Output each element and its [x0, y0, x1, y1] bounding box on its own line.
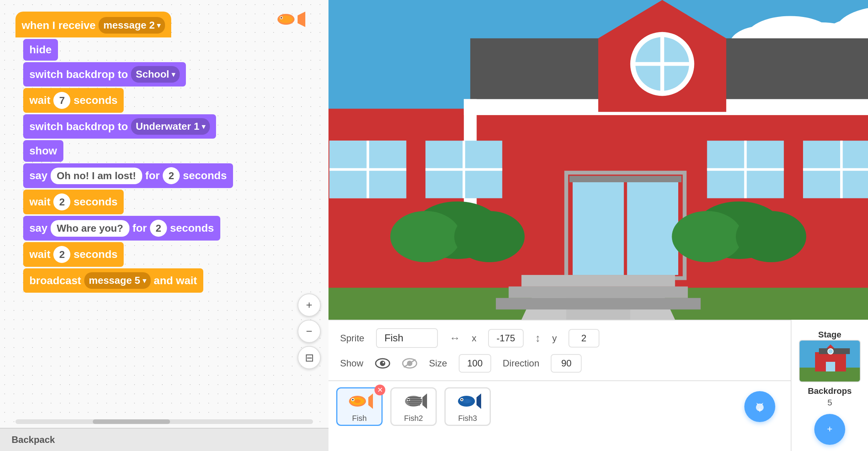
message5-dropdown-arrow-icon: ▾: [143, 276, 146, 285]
show-block[interactable]: show: [23, 140, 63, 162]
zoom-in-button[interactable]: +: [298, 293, 321, 317]
wait-2a-text: wait: [29, 196, 50, 208]
underwater-dropdown-arrow-icon: ▾: [202, 122, 205, 131]
svg-point-57: [736, 211, 806, 262]
add-sprite-button[interactable]: +: [744, 391, 775, 422]
svg-point-56: [672, 211, 742, 262]
message5-dropdown[interactable]: message 5 ▾: [84, 272, 151, 289]
wait-7-block[interactable]: wait 7 seconds: [23, 88, 124, 113]
show-label: Show: [340, 358, 363, 369]
wait-2b-text: wait: [29, 248, 50, 261]
fish3-sprite-label: Fish3: [458, 414, 477, 423]
stage-area: [328, 0, 868, 320]
wait-2b-block[interactable]: wait 2 seconds: [23, 242, 124, 267]
switch-backdrop-underwater-block[interactable]: switch backdrop to Underwater 1 ▾: [23, 114, 216, 139]
y-coord-arrow-icon: ↕: [535, 332, 541, 344]
svg-point-87: [461, 399, 463, 400]
svg-text:+: +: [757, 406, 762, 414]
who-2-number[interactable]: 2: [150, 220, 167, 237]
hide-block[interactable]: hide: [23, 39, 58, 61]
bottom-section: Sprite Fish ↔ x -175 ↕ y 2: [328, 320, 868, 451]
for-2-text: for: [133, 222, 147, 234]
message2-dropdown[interactable]: message 2 ▾: [99, 17, 165, 34]
switch-backdrop-text: switch backdrop to: [29, 68, 128, 81]
say-2-number[interactable]: 2: [163, 167, 180, 184]
sprite-name-field[interactable]: Fish: [376, 328, 438, 348]
svg-point-68: [407, 361, 412, 366]
school-dropdown[interactable]: School ▾: [131, 66, 180, 83]
sprite-fish-thumb[interactable]: ✕ Fish: [336, 387, 383, 426]
when-receive-block[interactable]: when I receive message 2 ▾: [15, 12, 171, 37]
svg-text:+: +: [827, 424, 832, 434]
sprite-show-row: Show: [340, 354, 779, 373]
wait-text: wait: [29, 94, 50, 107]
add-backdrop-button[interactable]: +: [814, 414, 845, 445]
svg-rect-102: [826, 362, 835, 371]
eye-visible-icon[interactable]: [375, 356, 390, 371]
svg-rect-49: [521, 275, 675, 287]
code-panel: when I receive message 2 ▾ hide switch b…: [0, 0, 328, 451]
who-pill[interactable]: Who are you?: [51, 220, 129, 237]
underwater-dropdown[interactable]: Underwater 1 ▾: [131, 118, 210, 135]
svg-point-65: [383, 362, 384, 363]
say-text: say: [29, 170, 48, 182]
sprite-fish2-thumb[interactable]: Fish2: [390, 387, 437, 426]
svg-rect-32: [573, 179, 624, 275]
stage-backdrop: [328, 0, 868, 320]
when-receive-text: when I receive: [22, 19, 95, 32]
backpack-bar[interactable]: Backpack: [0, 428, 328, 451]
y-value-field[interactable]: 2: [568, 329, 599, 348]
fish3-sprite-image: [454, 390, 481, 412]
say-lost-block[interactable]: say Oh no! I am lost! for 2 seconds: [23, 163, 233, 188]
broadcast-text: broadcast: [29, 275, 81, 287]
scroll-thumb[interactable]: [93, 419, 170, 424]
say-seconds-text: seconds: [183, 170, 227, 182]
broadcast-block[interactable]: broadcast message 5 ▾ and wait: [23, 268, 203, 293]
svg-point-101: [828, 349, 833, 354]
oh-no-pill[interactable]: Oh no! I am lost!: [51, 168, 142, 184]
and-wait-text: and wait: [154, 275, 197, 287]
sprites-row: ✕ Fish: [328, 380, 791, 432]
wait-7-number[interactable]: 7: [53, 92, 70, 109]
backpack-label: Backpack: [12, 434, 55, 445]
sprites-section: Sprite Fish ↔ x -175 ↕ y 2: [328, 320, 791, 451]
stage-label: Stage: [818, 330, 841, 340]
direction-value-field[interactable]: 90: [551, 354, 582, 373]
delete-fish-button[interactable]: ✕: [374, 385, 385, 395]
size-value-field[interactable]: 100: [459, 354, 491, 373]
svg-marker-2: [298, 12, 305, 27]
horizontal-scrollbar[interactable]: [15, 419, 313, 424]
wait-2a-number[interactable]: 2: [53, 193, 70, 210]
school-dropdown-arrow-icon: ▾: [172, 70, 175, 79]
dropdown-arrow-icon: ▾: [157, 21, 160, 30]
y-label: y: [552, 333, 557, 344]
svg-point-74: [354, 399, 361, 403]
sprite-fish3-thumb[interactable]: Fish3: [444, 387, 491, 426]
stage-thumbnail[interactable]: [799, 340, 861, 382]
backdrops-count: 5: [827, 398, 832, 408]
switch-backdrop-underwater-text: switch backdrop to: [29, 120, 128, 133]
sprite-info-row: Sprite Fish ↔ x -175 ↕ y 2: [340, 328, 779, 348]
svg-marker-98: [819, 348, 850, 354]
fish2-sprite-label: Fish2: [404, 414, 423, 423]
zoom-reset-button[interactable]: ⊟: [298, 346, 321, 369]
wait-2b-number[interactable]: 2: [53, 246, 70, 263]
svg-point-53: [390, 211, 461, 262]
backdrops-label: Backdrops: [808, 386, 852, 396]
seconds-text: seconds: [73, 94, 117, 107]
x-value-field[interactable]: -175: [488, 329, 524, 348]
switch-backdrop-school-block[interactable]: switch backdrop to School ▾: [23, 62, 186, 86]
size-label: Size: [429, 358, 447, 369]
svg-marker-85: [477, 393, 481, 409]
zoom-out-button[interactable]: −: [298, 320, 321, 343]
zoom-controls: + − ⊟: [298, 293, 321, 369]
svg-marker-76: [422, 393, 427, 409]
right-panel: Sprite Fish ↔ x -175 ↕ y 2: [328, 0, 868, 451]
svg-rect-50: [509, 287, 688, 298]
say-who-text: say: [29, 222, 48, 234]
eye-hidden-icon[interactable]: [402, 356, 417, 371]
wait-2a-block[interactable]: wait 2 seconds: [23, 190, 124, 214]
say-who-block[interactable]: say Who are you? for 2 seconds: [23, 216, 220, 241]
fish2-sprite-image: [400, 390, 427, 412]
svg-rect-51: [496, 298, 701, 310]
